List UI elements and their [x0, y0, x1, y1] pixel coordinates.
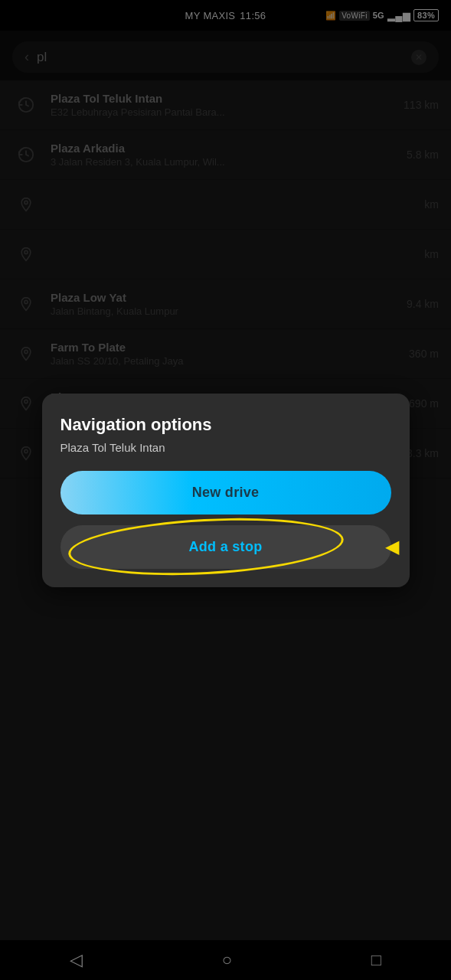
new-drive-button[interactable]: New drive	[60, 471, 391, 514]
modal-subtitle: Plaza Tol Teluk Intan	[60, 441, 391, 454]
add-stop-button[interactable]: Add a stop	[60, 525, 391, 569]
navigation-options-modal: Navigation options Plaza Tol Teluk Intan…	[42, 394, 410, 587]
modal-title: Navigation options	[60, 415, 391, 435]
modal-overlay[interactable]: Navigation options Plaza Tol Teluk Intan…	[0, 0, 451, 980]
add-stop-container: Add a stop ◀	[60, 525, 391, 569]
